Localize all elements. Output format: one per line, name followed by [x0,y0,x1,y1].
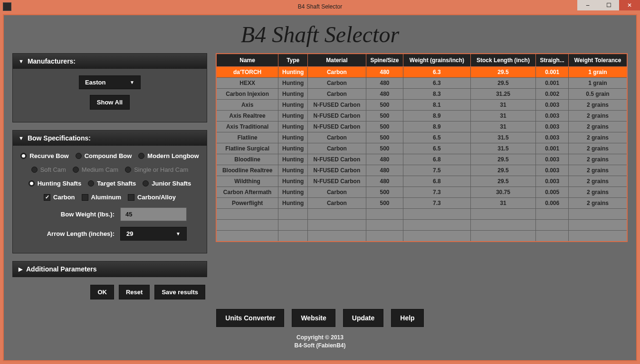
table-cell [403,220,470,231]
table-row[interactable]: da'TORCHHuntingCarbon4806.329.50.0011 gr… [216,67,627,78]
save-results-button[interactable]: Save results [154,285,205,299]
bow-type-label: Modern Longbow [147,152,199,159]
table-cell [278,220,308,231]
table-row[interactable]: AxisHuntingN-FUSED Carbon5008.1310.0032 … [216,100,627,111]
material-label: Carbon/Alloy [137,194,176,201]
table-cell: 2 grains [569,176,627,187]
table-cell [308,231,366,242]
copyright-line2: B4-Soft (FabienB4) [4,342,636,350]
table-row[interactable]: HEXXHuntingCarbon4806.329.50.0011 grain [216,78,627,89]
table-cell: 500 [366,187,403,198]
table-header[interactable]: Spine/Size [366,54,403,67]
table-row[interactable]: Axis TraditionalHuntingN-FUSED Carbon500… [216,121,627,132]
table-header[interactable]: Weight (grains/inch) [403,54,470,67]
table-cell [569,209,627,220]
table-cell: Hunting [278,143,308,154]
table-row[interactable]: Flatline SurgicalHuntingCarbon5006.531.5… [216,143,627,154]
table-header[interactable]: Name [216,54,278,67]
bow-type-label: Compound Bow [85,152,132,159]
minimize-button[interactable]: – [577,0,598,10]
table-cell: 480 [366,176,403,187]
table-cell: 6.3 [403,78,470,89]
table-cell: Flatline [216,132,278,143]
table-cell: 7.3 [403,198,470,209]
bow-spec-panel: ▼ Bow Specifications: Recurve BowCompoun… [12,130,207,253]
maximize-button[interactable]: ☐ [598,0,619,10]
table-cell: Carbon [308,78,366,89]
table-cell: 480 [366,165,403,176]
table-header[interactable]: Material [308,54,366,67]
table-cell: 31 [470,111,536,121]
table-cell: 8.1 [403,100,470,111]
ok-button[interactable]: OK [90,285,114,299]
shaft-type-option[interactable]: Junior Shafts [143,180,191,187]
manufacturers-panel: ▼ Manufacturers: Easton ▼ Show All [12,53,207,122]
bow-spec-header[interactable]: ▼ Bow Specifications: [13,131,207,146]
table-cell: 500 [366,198,403,209]
reset-button[interactable]: Reset [119,285,150,299]
table-row[interactable]: Carbon AftermathHuntingCarbon5007.330.75… [216,187,627,198]
cam-type-label: Single or Hard Cam [134,166,188,173]
table-cell: N-FUSED Carbon [308,154,366,165]
table-cell: 31 [470,100,536,111]
table-cell: 500 [366,132,403,143]
app-frame: B4 Shaft Selector ▼ Manufacturers: Easto… [3,14,637,361]
manufacturer-select[interactable]: Easton ▼ [79,75,141,89]
radio-icon [138,153,144,159]
bow-weight-input[interactable]: 45 [120,207,187,221]
table-cell: N-FUSED Carbon [308,111,366,121]
table-cell [536,209,569,220]
material-option[interactable]: Carbon/Alloy [128,194,176,201]
arrow-length-select[interactable]: 29▼ [120,227,187,241]
material-option[interactable]: Aluminum [82,194,122,201]
table-cell: Axis Traditional [216,121,278,132]
additional-header[interactable]: ▶ Additional Parameters [13,261,207,277]
table-cell [278,231,308,242]
help-button[interactable]: Help [391,309,423,327]
table-row[interactable]: Carbon InjexionHuntingCarbon4808.331.250… [216,89,627,100]
table-row[interactable] [216,231,627,242]
table-cell: Carbon [308,198,366,209]
copyright-line1: Copyright © 2013 [4,334,636,342]
website-button[interactable]: Website [292,309,335,327]
table-cell: Carbon [308,132,366,143]
material-option[interactable]: Carbon [44,194,75,201]
table-row[interactable] [216,220,627,231]
table-cell: N-FUSED Carbon [308,165,366,176]
bow-type-option[interactable]: Recurve Bow [20,152,68,159]
chevron-down-icon: ▼ [130,80,134,85]
bow-type-option[interactable]: Modern Longbow [138,152,199,159]
additional-panel: ▶ Additional Parameters [12,261,207,277]
table-header[interactable]: Weight Tolerance [569,54,627,67]
table-row[interactable] [216,209,627,220]
table-cell: 0.003 [536,111,569,121]
table-cell: 31.25 [470,89,536,100]
table-cell [366,231,403,242]
table-cell: 500 [366,111,403,121]
table-header[interactable]: Stock Length (inch) [470,54,536,67]
table-cell: 2 grains [569,111,627,121]
window-title: B4 Shaft Selector [298,3,342,10]
manufacturers-header[interactable]: ▼ Manufacturers: [13,54,207,69]
table-cell: 8.3 [403,89,470,100]
title-bar: B4 Shaft Selector – ☐ ✕ [0,0,640,13]
table-row[interactable]: WildthingHuntingN-FUSED Carbon4806.829.5… [216,176,627,187]
table-row[interactable]: Bloodline RealtreeHuntingN-FUSED Carbon4… [216,165,627,176]
shaft-type-option[interactable]: Target Shafts [88,180,136,187]
update-button[interactable]: Update [343,309,383,327]
table-cell: 6.3 [403,67,470,78]
table-row[interactable]: Axis RealtreeHuntingN-FUSED Carbon5008.9… [216,111,627,121]
table-row[interactable]: PowerflightHuntingCarbon5007.3310.0062 g… [216,198,627,209]
close-button[interactable]: ✕ [619,0,640,10]
shaft-type-option[interactable]: Hunting Shafts [29,180,81,187]
table-row[interactable]: BloodlineHuntingN-FUSED Carbon4806.829.5… [216,154,627,165]
table-header[interactable]: Type [278,54,308,67]
table-cell: da'TORCH [216,67,278,78]
bow-type-option[interactable]: Compound Bow [76,152,132,159]
table-cell [278,209,308,220]
show-all-button[interactable]: Show All [90,95,130,110]
units-converter-button[interactable]: Units Converter [216,309,284,327]
table-cell [470,220,536,231]
table-header[interactable]: Straigh... [536,54,569,67]
table-row[interactable]: FlatlineHuntingCarbon5006.531.50.0032 gr… [216,132,627,143]
